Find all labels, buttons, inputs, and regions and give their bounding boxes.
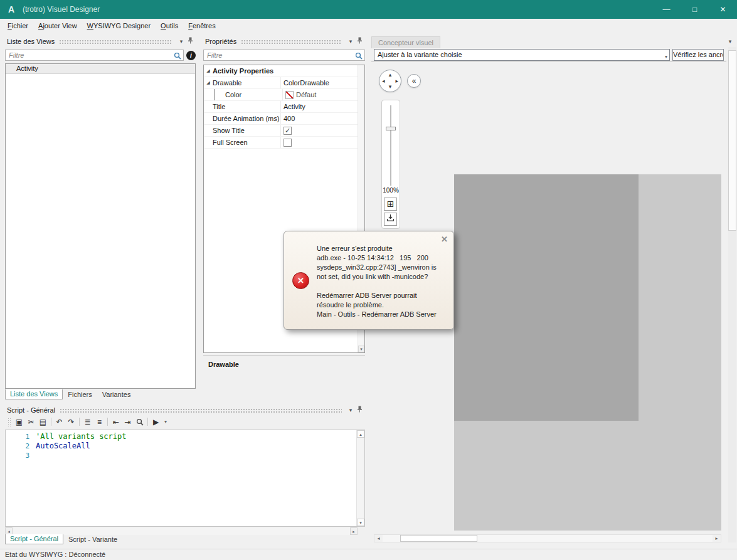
redo-button[interactable]: ↷ — [65, 416, 77, 428]
toolbar-overflow-icon[interactable]: ▾ — [162, 419, 169, 425]
drag-grip[interactable] — [59, 40, 172, 44]
toolbar-grip[interactable] — [8, 418, 11, 426]
document-tabstrip: Concepteur visuel — [371, 36, 726, 48]
code-area[interactable]: 1 'All variants script 2 AutoScaleAll 3 — [6, 430, 356, 526]
drag-grip[interactable] — [60, 408, 342, 413]
pan-dpad-control[interactable]: ▴ ▾ ◂ ▸ — [379, 70, 401, 92]
variant-combobox[interactable]: Ajuster à la variante choisie ▾ — [374, 49, 670, 61]
list-item-activity[interactable]: Activity — [6, 64, 195, 74]
designer-vertical-scrollbar[interactable] — [728, 47, 736, 542]
arrow-left-icon[interactable]: ◂ — [382, 78, 385, 84]
maximize-button[interactable]: □ — [681, 0, 709, 19]
uncomment-button[interactable]: ≡ — [93, 416, 105, 428]
paste-button[interactable]: ▤ — [37, 416, 49, 428]
scroll-down-icon[interactable]: ▾ — [358, 346, 364, 352]
menu-outils[interactable]: Outils — [156, 20, 183, 31]
decrease-indent-button[interactable]: ⇤ — [110, 416, 122, 428]
copy-button[interactable]: ▣ — [13, 416, 25, 428]
properties-filter-row — [203, 49, 365, 61]
zoom-control: 100% ⊞ — [381, 100, 400, 229]
editor-vertical-scrollbar[interactable]: ▴ ▾ — [356, 430, 364, 526]
zoom-slider-track[interactable] — [390, 105, 391, 186]
tab-script-general[interactable]: Script - Général — [5, 534, 63, 544]
property-row-title[interactable]: Title Activity — [204, 101, 364, 113]
line-number: 1 — [6, 432, 36, 441]
menu-fichier[interactable]: Fichier — [3, 20, 33, 31]
menu-bar: Fichier Ajouter View WYSIWYG Designer Ou… — [0, 19, 737, 33]
tab-liste-des-views[interactable]: Liste des Views — [5, 389, 63, 399]
designer-horizontal-scrollbar[interactable]: ◂ ▸ — [374, 534, 721, 542]
save-capture-button[interactable] — [384, 213, 397, 226]
full-screen-checkbox[interactable] — [284, 139, 292, 147]
tab-fichiers[interactable]: Fichiers — [63, 389, 97, 399]
code-line: 1 'All variants script — [6, 432, 356, 441]
scroll-up-icon[interactable]: ▴ — [357, 430, 364, 438]
properties-filter-input[interactable] — [204, 50, 364, 60]
menu-ajouter-view[interactable]: Ajouter View — [33, 20, 82, 31]
info-icon[interactable]: i — [186, 51, 196, 60]
property-value: 400 — [284, 115, 295, 122]
dropdown-icon[interactable]: ▾ — [665, 52, 667, 61]
property-row-duration[interactable]: Durée Animation (ms) 400 ▾ — [204, 113, 364, 125]
tab-script-variante[interactable]: Script - Variante — [63, 534, 122, 544]
property-row-show-title[interactable]: Show Title ✓ — [204, 125, 364, 137]
fit-to-screen-button[interactable]: ⊞ — [384, 198, 397, 211]
property-row-full-screen[interactable]: Full Screen — [204, 137, 364, 149]
show-title-checkbox[interactable]: ✓ — [284, 127, 292, 135]
arrow-down-icon[interactable]: ▾ — [379, 84, 401, 90]
property-category-row[interactable]: ◢ Activity Properties — [204, 65, 364, 77]
zoom-slider-thumb[interactable] — [386, 127, 396, 130]
scroll-right-icon[interactable]: ▸ — [713, 535, 721, 542]
cut-button[interactable]: ✂ — [25, 416, 37, 428]
undo-button[interactable]: ↶ — [53, 416, 65, 428]
pin-icon[interactable] — [355, 406, 364, 415]
properties-panel-header: Propriétés ▾ — [202, 36, 366, 47]
activity-view-rect[interactable] — [454, 174, 639, 421]
no-color-swatch-icon — [285, 91, 294, 99]
script-tabs: Script - Général Script - Variante — [5, 534, 122, 544]
title-bar: A (trotro) Visuel Designer — □ ✕ — [0, 0, 737, 19]
property-value: Activity — [284, 103, 305, 110]
window-position-icon[interactable]: ▾ — [346, 37, 355, 46]
arrow-right-icon[interactable]: ▸ — [395, 78, 398, 84]
designer-toolbar: Ajuster à la variante choisie ▾ Vérifiez… — [374, 49, 724, 61]
error-line: adb.exe - 10-25 14:34:12 195 200 — [317, 253, 448, 263]
pin-icon[interactable] — [186, 37, 194, 46]
drawable-value-dropdown[interactable]: ColorDrawable ▾ — [281, 77, 364, 88]
views-filter-input[interactable] — [6, 50, 183, 60]
duration-value-dropdown[interactable]: 400 ▾ — [281, 113, 364, 124]
window-position-icon[interactable]: ▾ — [346, 406, 355, 415]
properties-panel: Propriétés ▾ ◢ Activity Properties ◢ Dra… — [202, 36, 366, 399]
property-row-color[interactable]: Color Défaut ▾ — [204, 89, 364, 101]
window-title: (trotro) Visuel Designer — [23, 5, 100, 14]
comment-button[interactable]: ≣ — [82, 416, 93, 428]
pin-icon[interactable] — [355, 37, 364, 46]
tab-variantes[interactable]: Variantes — [97, 389, 136, 399]
arrow-up-icon[interactable]: ▴ — [379, 72, 401, 78]
scrollbar-thumb[interactable] — [400, 535, 477, 542]
window-position-icon[interactable]: ▾ — [177, 37, 186, 46]
expander-icon[interactable]: ◢ — [204, 68, 213, 73]
search-button[interactable] — [134, 416, 146, 428]
expander-icon[interactable]: ◢ — [204, 80, 213, 85]
verify-anchors-button[interactable]: Vérifiez les ancres. — [672, 49, 724, 61]
color-value-dropdown[interactable]: Défaut ▾ — [283, 89, 364, 100]
property-row-drawable[interactable]: ◢ Drawable ColorDrawable ▾ — [204, 77, 364, 89]
scroll-down-icon[interactable]: ▾ — [357, 519, 364, 526]
close-button[interactable]: ✕ — [709, 0, 737, 19]
run-button[interactable]: ▶ — [150, 416, 162, 428]
title-value-field[interactable]: Activity — [281, 101, 364, 112]
tab-overflow-icon[interactable]: ▾ — [726, 37, 734, 46]
minimize-button[interactable]: — — [652, 0, 681, 19]
menu-fenetres[interactable]: Fenêtres — [183, 20, 220, 31]
menu-wysiwyg-designer[interactable]: WYSIWYG Designer — [82, 20, 156, 31]
scroll-right-icon[interactable]: ▸ — [350, 527, 358, 535]
scrollbar-thumb[interactable] — [728, 50, 736, 231]
variant-combobox-value: Ajuster à la variante choisie — [378, 51, 462, 58]
close-icon[interactable]: ✕ — [441, 235, 448, 244]
collapse-toolbox-button[interactable]: « — [407, 74, 421, 88]
scroll-left-icon[interactable]: ◂ — [374, 535, 383, 542]
tab-concepteur-visuel[interactable]: Concepteur visuel — [371, 36, 440, 48]
increase-indent-button[interactable]: ⇥ — [122, 416, 134, 428]
drag-grip[interactable] — [241, 40, 342, 44]
